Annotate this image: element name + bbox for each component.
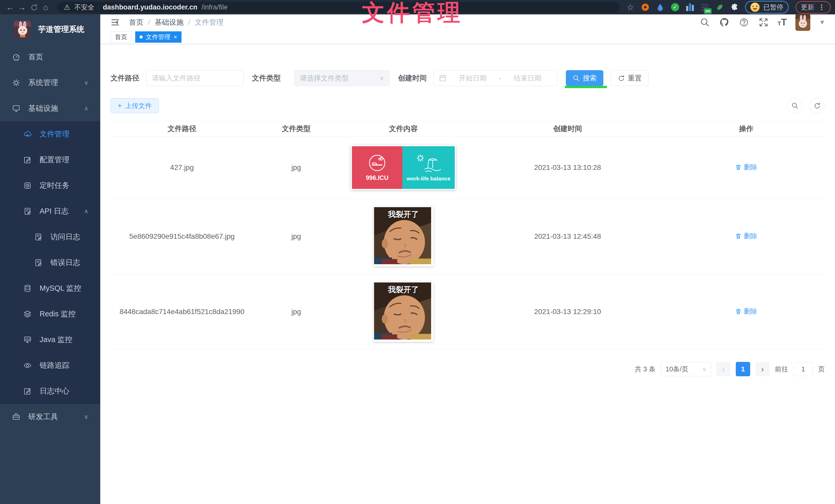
- tag-file-management[interactable]: 文件管理 ×: [135, 31, 182, 43]
- profile-paused-pill[interactable]: 已暂停: [745, 1, 789, 14]
- extension-columns-icon[interactable]: [685, 3, 695, 12]
- breadcrumb-home[interactable]: 首页: [129, 18, 143, 27]
- close-icon[interactable]: ×: [174, 34, 177, 41]
- address-bar[interactable]: ⚠ 不安全 dashboard.yudao.iocoder.cn /infra/…: [57, 2, 620, 13]
- breadcrumb-separator: /: [148, 18, 150, 26]
- sidebar-item-api-log[interactable]: API 日志 ∧: [0, 198, 100, 224]
- paused-badge: 已暂停: [763, 3, 783, 12]
- search-button[interactable]: 搜索: [566, 70, 603, 86]
- cell-create-time: 2021-03-13 12:45:48: [468, 232, 668, 240]
- security-warning-icon[interactable]: ⚠: [64, 3, 70, 12]
- chevron-up-icon: ∧: [84, 208, 88, 215]
- github-icon[interactable]: [719, 17, 730, 28]
- file-path-input[interactable]: [146, 70, 244, 86]
- sidebar-item-home[interactable]: 首页: [0, 44, 100, 70]
- update-pill[interactable]: 更新 ⋮: [795, 1, 831, 14]
- cell-file-path: 8448cada8c714e4ab61f521c8da21990: [110, 308, 253, 316]
- sidebar-item-redis-monitor[interactable]: Redis 监控: [0, 301, 100, 327]
- sidebar-logo-row[interactable]: 芋道管理系统: [0, 14, 100, 44]
- browser-forward-icon[interactable]: →: [16, 2, 28, 13]
- sidebar-item-mysql-monitor[interactable]: MySQL 监控: [0, 275, 100, 301]
- file-preview-image[interactable]: 我裂开了: [373, 282, 433, 342]
- chevron-down-icon: ∨: [84, 413, 88, 420]
- cell-actions: 删除: [668, 307, 825, 317]
- fullscreen-icon[interactable]: [758, 17, 769, 28]
- browser-home-icon[interactable]: ⌂: [40, 2, 52, 13]
- tag-home[interactable]: 首页: [110, 31, 131, 43]
- sidebar-item-system[interactable]: 系统管理 ∨: [0, 70, 100, 96]
- sidebar-collapse-icon[interactable]: [110, 17, 120, 27]
- sidebar-item-error-log[interactable]: 错误日志: [0, 250, 100, 275]
- search-icon[interactable]: [699, 17, 710, 28]
- trash-icon: [735, 308, 742, 315]
- extension-leaf-icon[interactable]: [715, 3, 725, 12]
- url-path[interactable]: /infra/file: [202, 3, 228, 11]
- app-frame: 芋道管理系统 首页 系统管理 ∨ 基础设施 ∧ 文件管理: [0, 14, 835, 504]
- update-label: 更新: [801, 3, 814, 12]
- date-range-picker[interactable]: 开始日期 - 结束日期: [433, 70, 557, 86]
- file-type-select[interactable]: 请选择文件类型 ∨: [294, 70, 390, 86]
- col-file-type: 文件类型: [253, 124, 339, 134]
- extension-switch-icon[interactable]: on: [700, 3, 710, 12]
- table-row: 8448cada8c714e4ab61f521c8da21990 jpg: [110, 274, 825, 350]
- sidebar-item-tracing[interactable]: 链路追踪: [0, 353, 100, 378]
- chevron-down-icon: ∨: [84, 79, 88, 86]
- extension-puzzle-icon[interactable]: [730, 3, 739, 12]
- prev-page-button[interactable]: ‹: [716, 362, 731, 376]
- bookmark-star-icon[interactable]: ☆: [626, 3, 635, 12]
- sidebar-item-label: 错误日志: [50, 257, 80, 268]
- font-size-icon[interactable]: TT: [778, 18, 787, 26]
- delete-link[interactable]: 删除: [735, 307, 757, 316]
- sidebar-item-label: 基础设施: [28, 103, 58, 113]
- delete-link[interactable]: 删除: [735, 232, 757, 240]
- upload-file-button[interactable]: + 上传文件: [110, 98, 159, 113]
- date-separator: -: [499, 74, 501, 82]
- security-warning-text[interactable]: 不安全: [74, 3, 94, 12]
- reset-button[interactable]: 重置: [611, 70, 649, 86]
- page-content: 文件路径 文件类型 请选择文件类型 ∨ 创建时间 开始日期 - 结束日期: [100, 44, 835, 504]
- breadcrumb-infra[interactable]: 基础设施: [155, 18, 184, 27]
- delete-link[interactable]: 删除: [735, 163, 757, 172]
- toggle-search-button[interactable]: [787, 98, 802, 113]
- log-doc-icon: [34, 258, 43, 267]
- search-icon: [572, 75, 580, 82]
- url-host[interactable]: dashboard.yudao.iocoder.cn: [103, 3, 198, 11]
- active-dot-icon: [140, 36, 143, 39]
- sidebar-item-label: 定时任务: [40, 181, 69, 191]
- goto-page-input[interactable]: [793, 362, 813, 376]
- sidebar-item-access-log[interactable]: 访问日志: [0, 224, 100, 250]
- extension-orange-icon[interactable]: [640, 3, 650, 12]
- toolbox-icon: [12, 413, 21, 421]
- sidebar-item-config[interactable]: 配置管理: [0, 147, 100, 173]
- trash-icon: [735, 164, 742, 171]
- file-preview-image[interactable]: 996.ICU work-life balance: [351, 145, 456, 190]
- caret-down-icon[interactable]: ▼: [819, 19, 825, 26]
- sidebar-item-file-management[interactable]: 文件管理: [0, 121, 100, 147]
- database-icon: [23, 284, 32, 293]
- extension-drop-icon[interactable]: [655, 3, 665, 12]
- banner-left-text: 996.ICU: [366, 174, 388, 182]
- refresh-table-button[interactable]: [809, 98, 825, 113]
- current-page-button[interactable]: 1: [736, 362, 750, 376]
- sidebar-item-java-monitor[interactable]: Java 监控: [0, 327, 100, 353]
- java-monitor-icon: [23, 335, 32, 344]
- sidebar-item-scheduled-jobs[interactable]: 定时任务: [0, 173, 100, 198]
- file-preview-image[interactable]: 我裂开了: [373, 206, 433, 267]
- sidebar-item-label: 配置管理: [40, 155, 69, 165]
- next-page-button[interactable]: ›: [755, 362, 770, 376]
- sidebar-item-log-center[interactable]: 日志中心: [0, 378, 100, 404]
- user-avatar[interactable]: [795, 14, 810, 31]
- browser-back-icon[interactable]: ←: [4, 2, 16, 13]
- profile-avatar-icon: [750, 3, 760, 12]
- cell-file-path: 5e8609290e915c4fa8b08e67.jpg: [110, 232, 253, 240]
- screen: ← → ⌂ ⚠ 不安全 dashboard.yudao.iocoder.cn /…: [0, 0, 835, 504]
- browser-reload-icon[interactable]: [28, 2, 40, 13]
- tags-bar: 首页 文件管理 ×: [100, 30, 835, 44]
- sidebar-item-dev-tools[interactable]: 研发工具 ∨: [0, 404, 100, 430]
- help-icon[interactable]: [739, 17, 749, 28]
- sidebar-item-infra[interactable]: 基础设施 ∧: [0, 96, 100, 121]
- col-file-content: 文件内容: [339, 124, 468, 134]
- extension-check-icon[interactable]: ✓: [670, 3, 680, 12]
- browser-menu-dots-icon[interactable]: ⋮: [818, 3, 826, 12]
- page-size-select[interactable]: 10条/页 ∨: [661, 362, 711, 376]
